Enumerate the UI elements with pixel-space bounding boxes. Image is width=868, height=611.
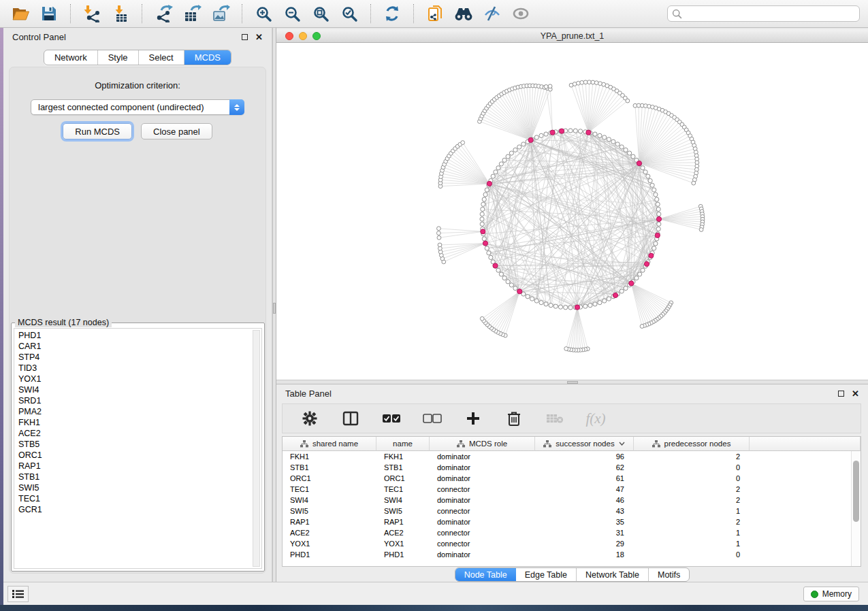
network-node[interactable] [573,129,577,133]
network-dominator-node[interactable] [528,137,533,142]
table-row[interactable]: STB1STB1dominator620 [283,462,851,473]
zoom-selected-button[interactable] [337,2,361,25]
network-node[interactable] [620,289,624,293]
tab-network-table[interactable]: Network Table [577,568,649,581]
network-node[interactable] [513,286,517,291]
split-columns-button[interactable] [338,407,363,430]
float-panel-icon[interactable] [838,391,844,397]
network-node[interactable] [491,174,495,178]
network-node[interactable] [496,166,500,170]
mcds-result-item[interactable]: PHD1 [18,330,249,341]
column-header-mcds-role[interactable]: MCDS role [430,437,535,451]
network-node[interactable] [654,193,658,197]
refresh-view-button[interactable] [380,2,404,25]
delete-columns-button[interactable] [502,407,526,430]
table-row[interactable]: RAP1RAP1dominator352 [283,516,851,527]
network-graph[interactable] [276,43,868,380]
network-dominator-node[interactable] [655,233,660,237]
table-scrollbar[interactable] [851,451,861,566]
network-node[interactable] [526,295,530,299]
network-node[interactable] [558,305,562,309]
network-dominator-node[interactable] [550,130,555,135]
network-node[interactable] [593,302,597,306]
network-node[interactable] [652,188,656,192]
import-table-button[interactable] [108,2,133,25]
import-network-button[interactable] [80,2,104,25]
network-dominator-node[interactable] [586,130,591,135]
mcds-result-item[interactable]: STB1 [18,472,249,482]
export-network-button[interactable] [151,2,176,25]
network-node[interactable] [568,306,573,310]
network-node[interactable] [656,207,660,211]
network-dominator-node[interactable] [559,129,564,133]
network-node[interactable] [577,81,581,85]
network-node[interactable] [598,133,602,137]
table-row[interactable]: SWI5SWI5connector431 [283,506,851,516]
network-node[interactable] [539,301,543,305]
network-node[interactable] [480,212,484,216]
network-node[interactable] [657,212,661,216]
network-node[interactable] [506,280,510,284]
column-header-name[interactable]: name [376,437,430,451]
tab-node-table[interactable]: Node Table [455,568,516,581]
close-panel-icon[interactable]: ✕ [852,391,859,397]
network-node[interactable] [539,133,543,137]
network-node[interactable] [436,231,440,235]
network-node[interactable] [494,170,498,174]
network-node[interactable] [640,325,644,329]
network-dominator-node[interactable] [481,229,485,234]
network-node[interactable] [626,99,630,103]
minimize-window-icon[interactable] [299,32,307,40]
network-node[interactable] [544,132,548,136]
network-node[interactable] [481,207,485,211]
network-node[interactable] [544,302,548,306]
network-node[interactable] [638,272,642,276]
memory-button[interactable]: Memory [803,587,859,601]
mcds-result-item[interactable]: ORC1 [18,450,249,461]
table-row[interactable]: YOX1YOX1connector291 [283,538,851,549]
network-node[interactable] [657,222,661,226]
network-node[interactable] [607,297,611,301]
network-node[interactable] [631,154,635,159]
network-node[interactable] [646,174,650,178]
criterion-dropdown[interactable]: largest connected component (undirected) [31,99,244,115]
deselect-all-checkboxes-button[interactable] [420,407,445,430]
network-node[interactable] [502,276,507,280]
mcds-result-item[interactable]: RAP1 [18,461,249,472]
network-node[interactable] [628,151,632,155]
network-node[interactable] [480,316,484,320]
close-window-icon[interactable] [285,32,293,40]
network-node[interactable] [655,197,659,201]
tab-mcds[interactable]: MCDS [184,50,231,65]
float-panel-icon[interactable] [242,34,248,40]
mcds-list-scrollbar[interactable] [253,330,260,567]
share-document-button[interactable] [423,2,447,25]
tab-style[interactable]: Style [98,50,139,65]
table-row[interactable]: PHD1PHD1dominator180 [283,549,851,560]
network-dominator-node[interactable] [487,181,492,186]
column-header-shared-name[interactable]: shared name [283,437,376,451]
column-header-predecessor-nodes[interactable]: predecessor nodes [634,437,750,451]
save-session-button[interactable] [37,2,61,25]
network-node[interactable] [480,222,484,226]
network-node[interactable] [489,255,493,259]
network-node[interactable] [438,243,442,247]
mcds-result-item[interactable]: TEC1 [18,493,249,504]
table-scrollbar-thumb[interactable] [853,461,859,522]
network-node[interactable] [544,84,548,88]
network-node[interactable] [499,272,503,276]
network-node[interactable] [652,246,656,250]
network-node[interactable] [534,135,539,139]
network-node[interactable] [521,142,526,146]
network-node[interactable] [482,237,486,241]
network-node[interactable] [583,304,588,308]
table-row[interactable]: ACE2ACE2connector311 [283,527,851,538]
network-node[interactable] [656,227,660,231]
network-node[interactable] [602,135,607,139]
network-node[interactable] [656,202,660,206]
network-node[interactable] [624,286,628,291]
search-network-button[interactable] [451,2,476,25]
network-node[interactable] [534,299,539,303]
table-settings-button[interactable] [298,407,322,430]
network-node[interactable] [564,306,568,310]
